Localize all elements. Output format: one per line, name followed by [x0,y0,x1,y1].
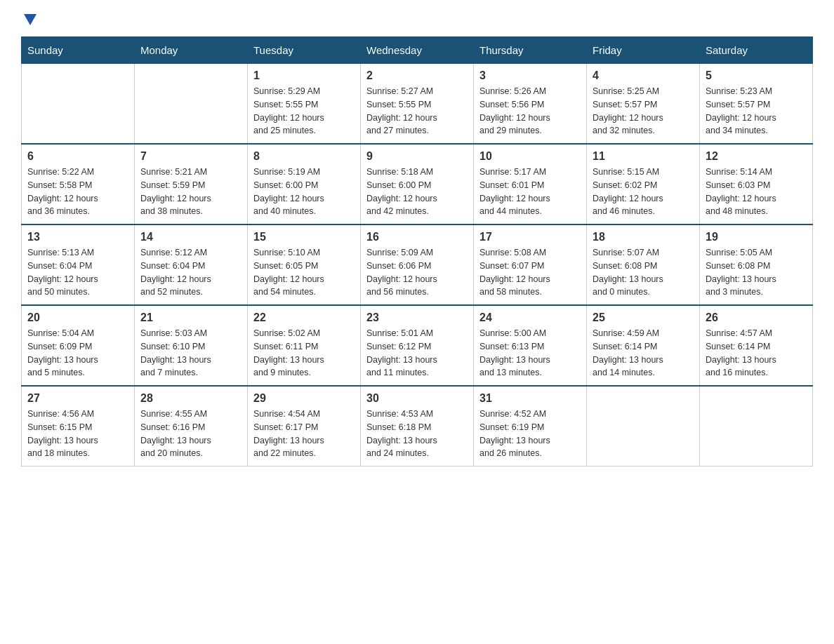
calendar-cell: 21Sunrise: 5:03 AM Sunset: 6:10 PM Dayli… [135,305,248,386]
header [21,14,813,29]
day-info: Sunrise: 5:13 AM Sunset: 6:04 PM Dayligh… [27,246,128,299]
day-info: Sunrise: 4:55 AM Sunset: 6:16 PM Dayligh… [140,408,241,460]
week-row-1: 1Sunrise: 5:29 AM Sunset: 5:55 PM Daylig… [22,64,813,145]
calendar-cell: 20Sunrise: 5:04 AM Sunset: 6:09 PM Dayli… [22,305,135,386]
day-info: Sunrise: 4:59 AM Sunset: 6:14 PM Dayligh… [593,327,694,380]
day-number: 21 [140,311,241,324]
day-number: 3 [479,69,581,82]
day-number: 16 [366,231,468,243]
col-header-saturday: Saturday [700,37,813,64]
week-row-3: 13Sunrise: 5:13 AM Sunset: 6:04 PM Dayli… [22,224,813,305]
day-info: Sunrise: 5:14 AM Sunset: 6:03 PM Dayligh… [706,166,807,218]
day-number: 17 [479,231,581,243]
day-number: 24 [479,311,581,324]
calendar-cell [135,64,248,145]
calendar-cell: 8Sunrise: 5:19 AM Sunset: 6:00 PM Daylig… [248,144,361,224]
week-row-5: 27Sunrise: 4:56 AM Sunset: 6:15 PM Dayli… [22,386,813,467]
calendar-cell: 18Sunrise: 5:07 AM Sunset: 6:08 PM Dayli… [587,224,700,305]
day-info: Sunrise: 4:52 AM Sunset: 6:19 PM Dayligh… [479,408,581,460]
day-number: 22 [253,311,355,324]
day-info: Sunrise: 5:17 AM Sunset: 6:01 PM Dayligh… [479,166,581,218]
day-info: Sunrise: 5:23 AM Sunset: 5:57 PM Dayligh… [706,85,807,137]
calendar-cell: 24Sunrise: 5:00 AM Sunset: 6:13 PM Dayli… [474,305,587,386]
calendar-table: SundayMondayTuesdayWednesdayThursdayFrid… [21,36,813,467]
col-header-tuesday: Tuesday [248,37,361,64]
calendar-cell: 19Sunrise: 5:05 AM Sunset: 6:08 PM Dayli… [700,224,813,305]
calendar-cell: 1Sunrise: 5:29 AM Sunset: 5:55 PM Daylig… [248,64,361,145]
day-number: 6 [27,150,128,163]
day-info: Sunrise: 4:57 AM Sunset: 6:14 PM Dayligh… [706,327,807,380]
calendar-cell: 5Sunrise: 5:23 AM Sunset: 5:57 PM Daylig… [700,64,813,145]
day-info: Sunrise: 5:05 AM Sunset: 6:08 PM Dayligh… [706,246,807,299]
calendar-cell: 10Sunrise: 5:17 AM Sunset: 6:01 PM Dayli… [474,144,587,224]
day-number: 26 [706,311,807,324]
day-info: Sunrise: 5:00 AM Sunset: 6:13 PM Dayligh… [479,327,581,380]
day-info: Sunrise: 5:26 AM Sunset: 5:56 PM Dayligh… [479,85,581,137]
calendar-cell: 11Sunrise: 5:15 AM Sunset: 6:02 PM Dayli… [587,144,700,224]
calendar-cell: 22Sunrise: 5:02 AM Sunset: 6:11 PM Dayli… [248,305,361,386]
day-number: 5 [706,69,807,82]
day-number: 2 [366,69,468,82]
calendar-cell [700,386,813,467]
logo [21,14,37,29]
logo-text [21,14,37,29]
day-number: 23 [366,311,468,324]
day-number: 14 [140,231,241,243]
calendar-cell: 16Sunrise: 5:09 AM Sunset: 6:06 PM Dayli… [361,224,474,305]
day-number: 7 [140,150,241,163]
calendar-cell: 6Sunrise: 5:22 AM Sunset: 5:58 PM Daylig… [22,144,135,224]
logo-triangle-icon [24,14,37,25]
col-header-monday: Monday [135,37,248,64]
calendar-cell: 27Sunrise: 4:56 AM Sunset: 6:15 PM Dayli… [22,386,135,467]
day-info: Sunrise: 5:22 AM Sunset: 5:58 PM Dayligh… [27,166,128,218]
day-number: 13 [27,231,128,243]
col-header-thursday: Thursday [474,37,587,64]
calendar-cell: 3Sunrise: 5:26 AM Sunset: 5:56 PM Daylig… [474,64,587,145]
calendar-header-row: SundayMondayTuesdayWednesdayThursdayFrid… [22,37,813,64]
calendar-cell: 28Sunrise: 4:55 AM Sunset: 6:16 PM Dayli… [135,386,248,467]
calendar-cell: 9Sunrise: 5:18 AM Sunset: 6:00 PM Daylig… [361,144,474,224]
day-number: 18 [593,231,694,243]
calendar-cell: 4Sunrise: 5:25 AM Sunset: 5:57 PM Daylig… [587,64,700,145]
day-number: 12 [706,150,807,163]
calendar-cell: 2Sunrise: 5:27 AM Sunset: 5:55 PM Daylig… [361,64,474,145]
day-info: Sunrise: 4:53 AM Sunset: 6:18 PM Dayligh… [366,408,468,460]
calendar-cell: 30Sunrise: 4:53 AM Sunset: 6:18 PM Dayli… [361,386,474,467]
day-number: 25 [593,311,694,324]
day-info: Sunrise: 5:19 AM Sunset: 6:00 PM Dayligh… [253,166,355,218]
day-info: Sunrise: 5:21 AM Sunset: 5:59 PM Dayligh… [140,166,241,218]
day-info: Sunrise: 5:27 AM Sunset: 5:55 PM Dayligh… [366,85,468,137]
day-info: Sunrise: 5:15 AM Sunset: 6:02 PM Dayligh… [593,166,694,218]
day-info: Sunrise: 5:07 AM Sunset: 6:08 PM Dayligh… [593,246,694,299]
day-info: Sunrise: 5:01 AM Sunset: 6:12 PM Dayligh… [366,327,468,380]
day-number: 1 [253,69,355,82]
col-header-friday: Friday [587,37,700,64]
week-row-4: 20Sunrise: 5:04 AM Sunset: 6:09 PM Dayli… [22,305,813,386]
calendar-cell: 7Sunrise: 5:21 AM Sunset: 5:59 PM Daylig… [135,144,248,224]
day-info: Sunrise: 5:10 AM Sunset: 6:05 PM Dayligh… [253,246,355,299]
col-header-sunday: Sunday [22,37,135,64]
calendar-cell: 31Sunrise: 4:52 AM Sunset: 6:19 PM Dayli… [474,386,587,467]
day-number: 27 [27,392,128,405]
calendar-cell: 15Sunrise: 5:10 AM Sunset: 6:05 PM Dayli… [248,224,361,305]
calendar-cell: 13Sunrise: 5:13 AM Sunset: 6:04 PM Dayli… [22,224,135,305]
calendar-cell [587,386,700,467]
day-info: Sunrise: 5:25 AM Sunset: 5:57 PM Dayligh… [593,85,694,137]
day-number: 8 [253,150,355,163]
day-number: 29 [253,392,355,405]
day-info: Sunrise: 5:09 AM Sunset: 6:06 PM Dayligh… [366,246,468,299]
day-number: 10 [479,150,581,163]
day-number: 19 [706,231,807,243]
svg-marker-0 [24,14,37,25]
day-info: Sunrise: 5:03 AM Sunset: 6:10 PM Dayligh… [140,327,241,380]
day-number: 15 [253,231,355,243]
calendar-cell [22,64,135,145]
day-info: Sunrise: 5:29 AM Sunset: 5:55 PM Dayligh… [253,85,355,137]
day-info: Sunrise: 5:04 AM Sunset: 6:09 PM Dayligh… [27,327,128,380]
day-number: 9 [366,150,468,163]
day-number: 31 [479,392,581,405]
calendar-cell: 26Sunrise: 4:57 AM Sunset: 6:14 PM Dayli… [700,305,813,386]
day-number: 30 [366,392,468,405]
day-number: 28 [140,392,241,405]
day-number: 11 [593,150,694,163]
